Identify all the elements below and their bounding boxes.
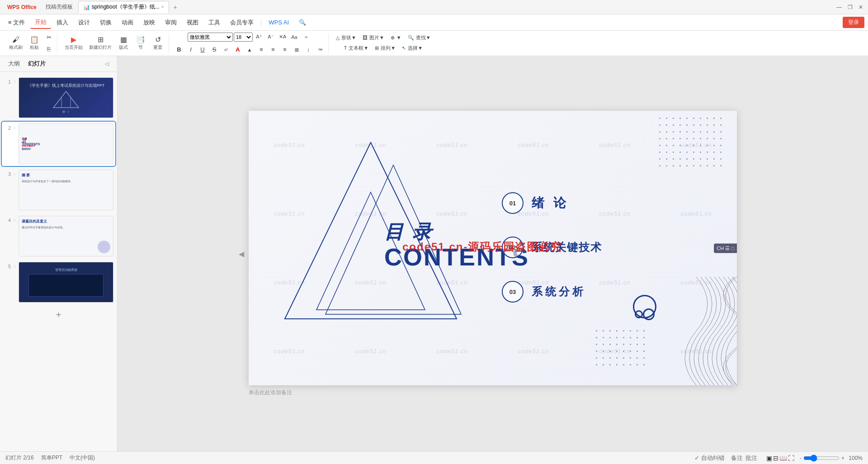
more-insert-button[interactable]: ⊕ ▼	[388, 34, 404, 42]
menu-transition[interactable]: 切换	[95, 17, 116, 28]
zoom-slider[interactable]	[803, 455, 840, 462]
font-color-button[interactable]: A	[232, 44, 243, 55]
menu-file[interactable]: ≡ 文件	[4, 17, 29, 28]
wps-office-tab[interactable]: WPS Office	[4, 2, 40, 12]
shape-icon: △	[336, 35, 340, 41]
textbox-button[interactable]: T 文本框▼	[341, 44, 372, 52]
clear-format-button[interactable]: ✕A	[277, 32, 288, 43]
doc-tab-label: springboot《学生手册》纸...	[92, 3, 160, 11]
close-button[interactable]: ✕	[857, 4, 864, 11]
slide-star-3: ☆	[13, 171, 17, 176]
zoom-out-button[interactable]: -	[800, 455, 802, 461]
reset-icon: ↺	[155, 36, 161, 43]
align-center-button[interactable]: ≡	[268, 44, 278, 55]
align-left-button[interactable]: ≡	[256, 44, 267, 55]
toolbar-insert-group: △ 形状▼ 🖼 图片▼ ⊕ ▼ 🔍 查找▼ T 文本框▼ ⊞	[330, 33, 436, 53]
menu-item-01[interactable]: 01 绪 论	[502, 192, 602, 214]
font-family-select[interactable]: 微软雅黑	[188, 33, 233, 42]
select-button[interactable]: ↖ 选择▼	[399, 44, 425, 52]
menu-view[interactable]: 视图	[182, 17, 203, 28]
sidebar-tab-slides[interactable]: 幻灯片	[24, 59, 49, 69]
paste-label: 粘贴	[30, 44, 39, 51]
sidebar-tab-outline[interactable]: 大纲	[5, 59, 24, 69]
italic-button[interactable]: I	[185, 44, 196, 55]
arrange-button[interactable]: ⊞ 排列▼	[372, 44, 398, 52]
slide-item-2[interactable]: 2 ☆ 目录 绪论 系统关键技术 基础知识 目 CONTENTS	[2, 122, 115, 166]
justify-button[interactable]: ≣	[291, 44, 302, 55]
menu-insert[interactable]: 插入	[52, 17, 73, 28]
highlight-button[interactable]: ▲	[244, 44, 255, 55]
slide-item-4[interactable]: 4 ☆ 课题目的及意义 通过对学生手册系统的设计与实现...	[2, 214, 115, 258]
view-full-button[interactable]: ⛶	[788, 455, 794, 462]
new-slide-button[interactable]: ⊞ 新建幻灯片	[86, 35, 114, 52]
layout-button[interactable]: ▦ 版式	[115, 35, 132, 52]
add-slide-button[interactable]: +	[2, 306, 115, 324]
slide-thumb-1: 《学生手册》线上考试系统设计与实现PPT	[19, 77, 113, 118]
view-normal-button[interactable]: ▣	[766, 455, 772, 462]
section-icon: 📑	[136, 36, 145, 43]
align-right-button[interactable]: ≡	[279, 44, 290, 55]
play-current-button[interactable]: ▶ 当页开始	[62, 35, 85, 52]
menu-vip[interactable]: 会员专享	[226, 17, 258, 28]
sidebar-collapse-button[interactable]: ◁	[101, 60, 113, 68]
view-reading-button[interactable]: 📖	[779, 455, 787, 462]
comments-icon[interactable]: 批注	[745, 454, 757, 462]
list-button[interactable]: ≔	[315, 44, 326, 55]
line-spacing-button[interactable]: ↕	[303, 44, 314, 55]
font-spacing-button[interactable]: ≈	[301, 32, 311, 43]
status-icons: ✓ 自动纠错 备注 批注	[694, 454, 757, 462]
view-slide-button[interactable]: ⊟	[773, 455, 778, 462]
slide-star-2: ☆	[13, 125, 17, 130]
minimize-button[interactable]: —	[835, 4, 843, 11]
menu-review[interactable]: 审阅	[160, 17, 181, 28]
menu-play[interactable]: 放映	[139, 17, 160, 28]
textbox-icon: T	[344, 45, 347, 51]
find-button[interactable]: 🔍 查找▼	[405, 33, 434, 42]
new-tab-button[interactable]: +	[171, 3, 180, 12]
font-aa-button[interactable]: Aa	[289, 32, 300, 43]
reset-button[interactable]: ↺ 重置	[150, 35, 166, 52]
menu-tools[interactable]: 工具	[204, 17, 225, 28]
font-row1: 微软雅黑 18 A⁺ A⁻ ✕A Aa ≈	[188, 32, 311, 43]
image-button[interactable]: 🖼 图片▼	[360, 33, 387, 42]
auto-correction-icon[interactable]: ✓ 自动纠错	[694, 454, 725, 462]
restore-button[interactable]: ❐	[846, 4, 854, 11]
slide-item-1[interactable]: 1 ☆ 《学生手册》线上考试系统设计与实现PPT	[2, 76, 115, 120]
superscript-button[interactable]: x²	[221, 44, 231, 55]
menu-item-03[interactable]: 03 系统分析	[502, 281, 602, 303]
bold-button[interactable]: B	[174, 44, 184, 55]
status-right-group: ✓ 自动纠错 备注 批注 ▣ ⊟ 📖 ⛶ - + 100%	[694, 454, 863, 462]
menu-wps-ai[interactable]: WPS AI	[264, 17, 293, 28]
cut-button[interactable]: ✂	[43, 32, 54, 43]
shape-button[interactable]: △ 形状▼	[333, 33, 359, 42]
slide-canvas[interactable]: code51.cn code51.cn code51.cn code51.cn …	[249, 111, 737, 385]
circles-decoration	[633, 295, 669, 331]
notes-icon[interactable]: 备注	[731, 454, 743, 462]
doc-tab[interactable]: 📊 springboot《学生手册》纸... ×	[78, 1, 169, 13]
insert-row1: △ 形状▼ 🖼 图片▼ ⊕ ▼ 🔍 查找▼	[333, 33, 434, 42]
format-brush-button[interactable]: 🖌 格式刷	[6, 35, 25, 52]
font-size-select[interactable]: 18	[234, 33, 253, 42]
menu-search-icon[interactable]: 🔍	[294, 17, 311, 28]
doc-tab-close[interactable]: ×	[161, 5, 164, 9]
paste-button[interactable]: 📋 粘贴	[26, 35, 42, 52]
titlebar-tabs: WPS Office 找稿壳模板 📊 springboot《学生手册》纸... …	[4, 1, 832, 13]
font-size-down-button[interactable]: A⁻	[265, 32, 276, 43]
menu-start[interactable]: 开始	[30, 16, 51, 29]
login-button[interactable]: 登录	[843, 17, 864, 28]
section-button[interactable]: 📑 节	[132, 35, 149, 52]
ch-indicator[interactable]: CH ☰ □	[714, 243, 737, 253]
strikethrough-button[interactable]: S	[209, 44, 220, 55]
font-size-up-button[interactable]: A⁺	[254, 32, 264, 43]
zoom-in-button[interactable]: +	[841, 455, 844, 461]
slide-num-2: 2	[4, 125, 11, 131]
slide-item-5[interactable]: 5 ☆ 管理员功能界面	[2, 260, 115, 304]
notes-placeholder[interactable]: 单击此处添加备注	[249, 389, 292, 396]
menu-design[interactable]: 设计	[74, 17, 94, 28]
slide-item-3[interactable]: 3 ☆ 摘 要 系统设计与开发包含了一系列的功能模块...	[2, 168, 115, 212]
underline-button[interactable]: U	[197, 44, 208, 55]
template-tab[interactable]: 找稿壳模板	[42, 1, 76, 13]
copy-button[interactable]: ⎘	[43, 44, 54, 55]
prev-slide-button[interactable]: ◀	[239, 250, 244, 258]
menu-animate[interactable]: 动画	[117, 17, 138, 28]
